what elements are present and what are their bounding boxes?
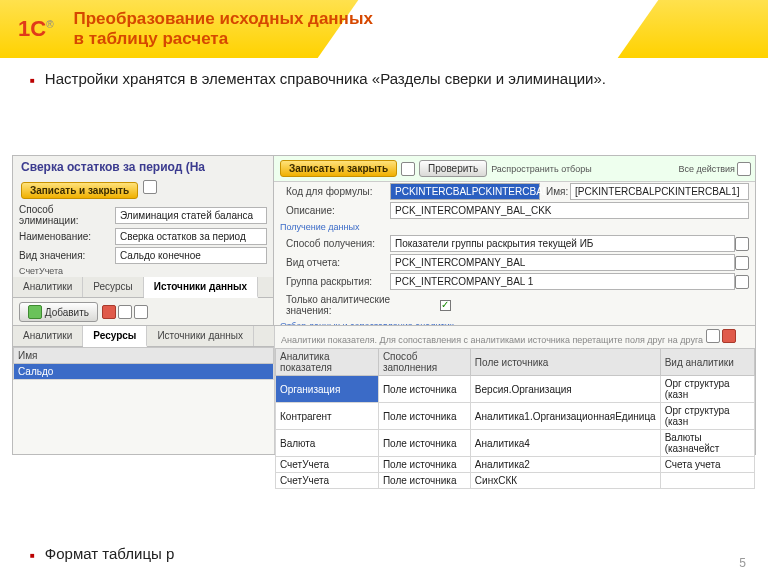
desc-label: Описание:	[280, 203, 390, 218]
save-close-button-r[interactable]: Записать и закрыть	[280, 160, 397, 177]
valtype-field[interactable]: Сальдо конечное	[115, 247, 267, 264]
title-band: 1С® Преобразование исходных данных в таб…	[0, 0, 768, 58]
lower-screenshot: Аналитики Ресурсы Источники данных Имя С…	[12, 325, 756, 455]
unlink-icon[interactable]	[722, 329, 736, 343]
group-field[interactable]: PCK_INTERCOMPANY_BAL 1	[390, 273, 735, 290]
mapping-row[interactable]: КонтрагентПоле источникаАналитика1.Орган…	[276, 403, 755, 430]
desc-field[interactable]: PCK_INTERCOMPANY_BAL_CKK	[390, 202, 749, 219]
plus-icon	[28, 305, 42, 319]
spread-filters[interactable]: Распространить отборы	[491, 164, 592, 174]
bullet-3: Формат таблицы р	[30, 545, 174, 562]
onlyanalytic-checkbox[interactable]	[440, 300, 451, 311]
name-label-r: Имя:	[540, 184, 570, 199]
tab2-datasources[interactable]: Источники данных	[147, 326, 254, 346]
mapping-row[interactable]: ВалютаПоле источникаАналитика4Валюты (ка…	[276, 430, 755, 457]
tab2-resources[interactable]: Ресурсы	[83, 326, 147, 347]
tab-analytics[interactable]: Аналитики	[13, 277, 83, 297]
save-close-button[interactable]: Записать и закрыть	[21, 182, 138, 199]
delete-icon[interactable]	[102, 305, 116, 319]
mapping-row[interactable]: СчетУчетаПоле источникаСинхСКК	[276, 473, 755, 489]
link-icon[interactable]	[706, 329, 720, 343]
drag-hint: Аналитики показателя. Для сопоставления …	[275, 326, 755, 348]
name-field[interactable]: Сверка остатков за период	[115, 228, 267, 245]
move-up-icon[interactable]	[118, 305, 132, 319]
mapping-table: Аналитика показателяСпособ заполненияПол…	[275, 348, 755, 489]
report-field[interactable]: PCK_INTERCOMPANY_BAL	[390, 254, 735, 271]
save-icon[interactable]	[143, 180, 157, 194]
code-field[interactable]: PCKINTERCBALPCKINTERCBAL1	[390, 183, 540, 200]
left-tabs: Аналитики Ресурсы Источники данных	[13, 277, 273, 298]
onlyanalytic-label: Только аналитические значения:	[280, 292, 440, 318]
getmeth-label: Способ получения:	[280, 236, 390, 251]
logo-1c: 1С®	[18, 16, 54, 42]
slide-title: Преобразование исходных данных в таблицу…	[74, 9, 373, 48]
all-actions-menu[interactable]: Все действия	[678, 164, 735, 174]
ellipsis-icon[interactable]	[735, 275, 749, 289]
section-getdata: Получение данных	[274, 220, 755, 234]
bullet-1: Настройки хранятся в элементах справочни…	[30, 70, 738, 87]
elim-method-field[interactable]: Элиминация статей баланса	[115, 207, 267, 224]
valtype-label: Вид значения:	[19, 250, 115, 261]
tab-resources[interactable]: Ресурсы	[83, 277, 143, 297]
schetucheta-row: СчетУчета	[13, 265, 273, 277]
getmeth-field[interactable]: Показатели группы раскрытия текущей ИБ	[390, 235, 735, 252]
tab2-analytics[interactable]: Аналитики	[13, 326, 83, 346]
name-field-r[interactable]: [PCKINTERCBALPCKINTERCBAL1]	[570, 183, 749, 200]
mapping-row[interactable]: СчетУчетаПоле источникаАналитика2Счета у…	[276, 457, 755, 473]
move-down-icon[interactable]	[134, 305, 148, 319]
help-icon[interactable]	[737, 162, 751, 176]
ellipsis-icon[interactable]	[735, 237, 749, 251]
left-toolbar: Добавить	[13, 298, 273, 327]
code-label: Код для формулы:	[280, 184, 390, 199]
page-number: 5	[739, 556, 746, 570]
check-button[interactable]: Проверить	[419, 160, 487, 177]
left-title: Сверка остатков за период (На	[13, 156, 273, 178]
elim-method-label: Способ элиминации:	[19, 204, 115, 226]
ellipsis-icon[interactable]	[735, 256, 749, 270]
save-icon[interactable]	[401, 162, 415, 176]
table-row[interactable]: Сальдо	[14, 364, 274, 380]
group-label: Группа раскрытия:	[280, 274, 390, 289]
mapping-row[interactable]: ОрганизацияПоле источникаВерсия.Организа…	[276, 376, 755, 403]
tab-datasources[interactable]: Источники данных	[144, 277, 258, 298]
add-button[interactable]: Добавить	[19, 302, 98, 322]
report-label: Вид отчета:	[280, 255, 390, 270]
name-label: Наименование:	[19, 231, 115, 242]
